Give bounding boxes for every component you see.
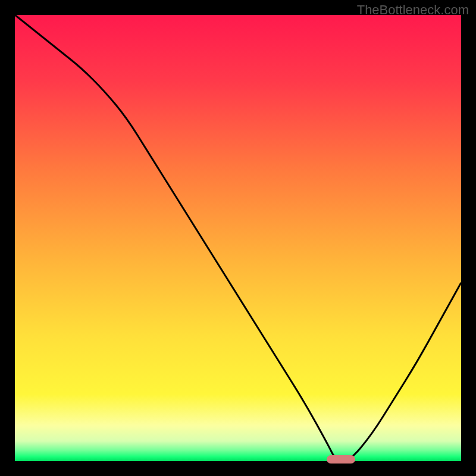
bottleneck-chart xyxy=(15,15,461,461)
bottleneck-curve xyxy=(15,15,461,461)
watermark-text: TheBottleneck.com xyxy=(357,2,469,18)
optimal-marker xyxy=(327,455,355,464)
